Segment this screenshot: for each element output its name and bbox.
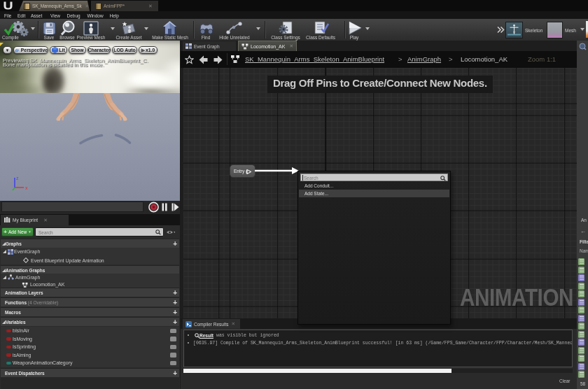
svg-text:x: x [25,185,28,190]
svg-text:z: z [16,176,19,181]
